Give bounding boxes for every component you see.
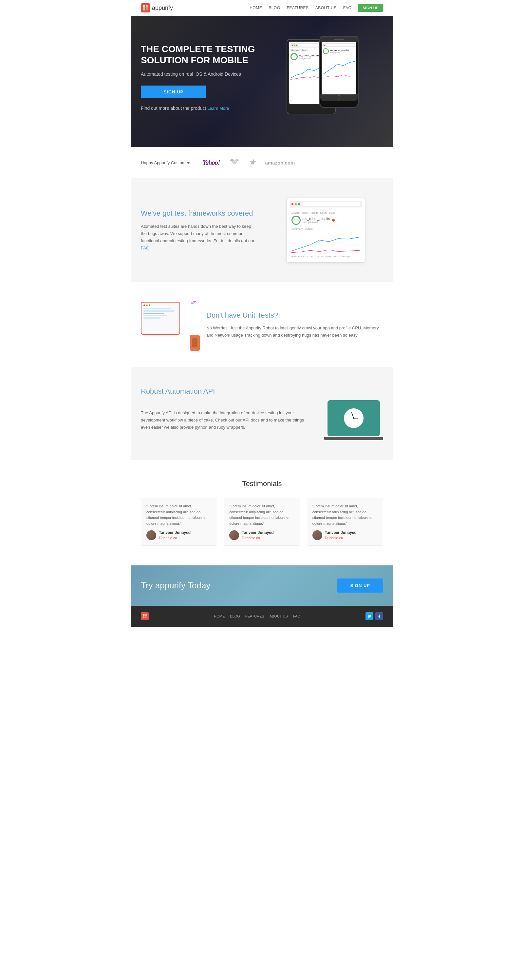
main-nav: HOME BLOG FEATURES ABOUT US FAQ SIGN UP <box>249 4 383 12</box>
api-heading: Robust Automation API <box>141 387 383 396</box>
author-info-3: Tanveer Junayed Dribbble.co <box>325 530 378 540</box>
svg-rect-1 <box>146 5 148 8</box>
customers-section: Happy Appurify Customers: Yahoo! ★ amazo… <box>131 147 393 178</box>
clock-face <box>344 408 364 428</box>
api-text: The Appurify API is designed to make the… <box>141 409 311 431</box>
result-label: ios_robot_results <box>303 216 330 221</box>
author-name-1: Tanveer Junayed <box>159 530 211 535</box>
twitter-button[interactable] <box>365 612 373 620</box>
api-inner: The Appurify API is designed to make the… <box>141 400 383 440</box>
footer-nav-features[interactable]: FEATURES <box>245 614 264 618</box>
author-link-3[interactable]: Dribbble.co <box>325 536 343 540</box>
amazon-logo: amazon.com <box>265 160 295 165</box>
footer-nav-about[interactable]: ABOUT US <box>270 614 288 618</box>
svg-rect-11 <box>143 617 144 618</box>
testimonial-text-3: "Lorem ipsum dolor sit amet, consectetur… <box>313 503 378 527</box>
pencil-icon: ✏ <box>189 298 198 307</box>
customer-logos: Yahoo! ★ amazon.com <box>202 157 295 168</box>
result-circle: ✓ <box>292 216 301 225</box>
svg-rect-12 <box>145 617 147 618</box>
testimonials-grid: "Lorem ipsum dolor sit amet, consectetur… <box>141 498 383 546</box>
star-logo: ★ <box>249 158 256 167</box>
frameworks-heading: We've got test frameworks covered <box>141 209 256 218</box>
hero-image: Results Build ✓ is_robot_results test pa… <box>262 36 383 127</box>
browser-mockup: DeviceTestsResultsNotifyBuild ✓ ios_robo… <box>287 198 365 262</box>
avatar-1 <box>146 530 156 540</box>
footer-nav-blog[interactable]: BLOG <box>230 614 240 618</box>
testimonial-author-3: Tanveer Junayed Dribbble.co <box>313 530 378 540</box>
testimonials-section: Testimonials "Lorem ipsum dolor sit amet… <box>131 460 393 565</box>
hero-content: THE COMPLETE TESTING SOLUTION FOR MOBILE… <box>141 44 262 119</box>
author-name-2: Tanveer Junayed <box>242 530 294 535</box>
laptop-base <box>324 437 383 440</box>
nav-faq[interactable]: FAQ <box>343 6 352 10</box>
svg-rect-0 <box>143 5 145 8</box>
unit-tests-heading: Don't have Unit Tests? <box>206 311 383 320</box>
nav-blog[interactable]: BLOG <box>268 6 280 10</box>
phone-small <box>190 335 200 351</box>
svg-rect-10 <box>145 614 147 616</box>
browser-dot-green <box>298 203 300 205</box>
footer-nav-faq[interactable]: FAQ <box>293 614 300 618</box>
footer-logo <box>141 612 149 620</box>
author-info-1: Tanveer Junayed Dribbble.co <box>159 530 211 540</box>
result-sub: test passed <box>303 221 330 224</box>
svg-rect-3 <box>146 8 148 11</box>
testimonial-card-2: "Lorem ipsum dolor sit amet, consectetur… <box>224 498 300 546</box>
svg-rect-9 <box>143 614 144 616</box>
frameworks-text: We've got test frameworks covered Atomat… <box>141 209 256 252</box>
facebook-button[interactable] <box>375 612 383 620</box>
avatar-2 <box>229 530 239 540</box>
logo[interactable]: appurify <box>141 3 173 13</box>
frameworks-faq-link[interactable]: FAQ <box>141 245 149 250</box>
result-info: ios_robot_results test passed <box>303 216 330 224</box>
footer-logo-icon <box>141 612 149 620</box>
logo-text: appurify <box>152 5 173 11</box>
author-info-2: Tanveer Junayed Dribbble.co <box>242 530 294 540</box>
customers-label: Happy Appurify Customers: <box>141 160 192 165</box>
unit-illustration: ✏ <box>141 302 193 348</box>
nav-signup[interactable]: SIGN UP <box>358 4 383 12</box>
author-name-3: Tanveer Junayed <box>325 530 378 535</box>
testimonial-text-1: "Lorem ipsum dolor sit amet, consectetur… <box>146 503 211 527</box>
illustration-window <box>141 302 180 335</box>
browser-bar <box>289 201 362 207</box>
testimonial-card-1: "Lorem ipsum dolor sit amet, consectetur… <box>141 498 217 546</box>
footer-nav: HOME BLOG FEATURES ABOUT US FAQ <box>214 614 300 618</box>
nav-about[interactable]: ABOUT US <box>315 6 337 10</box>
testimonial-text-2: "Lorem ipsum dolor sit amet, consectetur… <box>229 503 294 527</box>
result-badge: ✓ ios_robot_results test passed <box>292 216 335 225</box>
hero-headline: THE COMPLETE TESTING SOLUTION FOR MOBILE <box>141 44 262 65</box>
avatar-3 <box>313 530 322 540</box>
nav-features[interactable]: FEATURES <box>287 6 309 10</box>
unit-tests-section: ✏ Don't have Unit Tests? No Worries! Jus… <box>131 282 393 368</box>
author-link-1[interactable]: Dribbble.co <box>159 536 177 540</box>
laptop-mockup <box>327 400 380 436</box>
unit-tests-text: Don't have Unit Tests? No Worries! Just … <box>206 311 383 339</box>
hero-learn-link[interactable]: Learn More <box>207 106 229 111</box>
api-body: The Appurify API is designed to make the… <box>141 409 311 431</box>
testimonials-heading: Testimonials <box>141 479 383 488</box>
testimonial-author-2: Tanveer Junayed Dribbble.co <box>229 530 294 540</box>
cta-text: Try appurify Today <box>141 581 210 590</box>
browser-content: DeviceTestsResultsNotifyBuild ✓ ios_robo… <box>289 210 362 259</box>
nav-home[interactable]: HOME <box>249 6 262 10</box>
frameworks-body: Atomated test suites are hands down the … <box>141 223 256 252</box>
dropbox-logo <box>230 157 239 168</box>
hero-learn-prompt: Find out more about the product Learn Mo… <box>141 105 262 112</box>
hero-signup-button[interactable]: SIGN UP <box>141 86 206 98</box>
cta-section: Try appurify Today SIGN UP <box>131 565 393 606</box>
footer-social <box>365 612 383 620</box>
frameworks-section: We've got test frameworks covered Atomat… <box>131 178 393 282</box>
api-image <box>324 400 383 440</box>
footer-nav-home[interactable]: HOME <box>214 614 225 618</box>
author-link-2[interactable]: Dribbble.co <box>242 536 260 540</box>
logo-icon <box>141 3 150 13</box>
testimonial-card-3: "Lorem ipsum dolor sit amet, consectetur… <box>307 498 383 546</box>
header: appurify HOME BLOG FEATURES ABOUT US FAQ… <box>131 0 393 16</box>
testimonial-author-1: Tanveer Junayed Dribbble.co <box>146 530 211 540</box>
cta-signup-button[interactable]: SIGN UP <box>337 579 383 593</box>
footer: HOME BLOG FEATURES ABOUT US FAQ <box>131 606 393 627</box>
frameworks-image: DeviceTestsResultsNotifyBuild ✓ ios_robo… <box>268 198 383 262</box>
api-section: Robust Automation API The Appurify API i… <box>131 368 393 460</box>
